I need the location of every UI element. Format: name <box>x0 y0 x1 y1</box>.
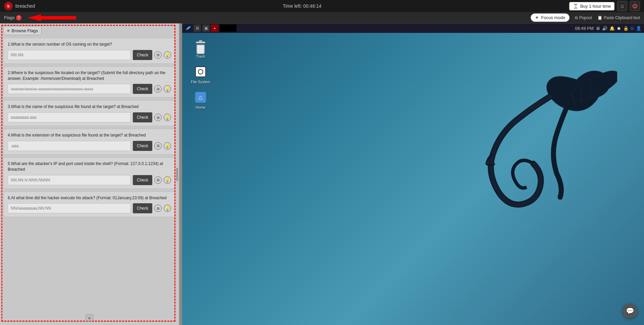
panel-divider[interactable]: ⋮ <box>179 23 182 325</box>
header-right: ⌛ Buy 1 hour time ⌂ ⏻ <box>569 1 640 11</box>
app-logo: b <box>4 2 13 10</box>
paste-clipboard-link[interactable]: 📋 Paste Clipboard text <box>597 15 640 20</box>
hint-icon-1[interactable]: 💡 <box>164 51 171 59</box>
desktop-icons-list: Trash File System ⌂ <box>189 40 212 109</box>
svg-marker-0 <box>28 14 76 21</box>
filesystem-icon <box>195 66 206 77</box>
question-input-row-4: Check ⊗ 💡 <box>8 141 171 151</box>
filter-icon: ≡ <box>7 28 10 33</box>
check-button-4[interactable]: Check <box>133 141 152 151</box>
google-tray-icon[interactable]: G <box>631 26 634 31</box>
scroll-handle[interactable] <box>176 168 178 181</box>
right-panel: 🖥 ▣ ▪ 08:49 PM 🖥 🔊 🔔 ⏺ 🔒 G 👤 <box>182 23 644 325</box>
answer-input-3[interactable] <box>8 112 131 122</box>
popout-link[interactable]: ⧉ Popout <box>575 15 592 20</box>
power-icon: ⏻ <box>632 3 638 9</box>
answer-input-2[interactable] <box>8 84 131 94</box>
lock-tray-icon: 🔒 <box>623 26 629 31</box>
trash-icon <box>196 40 206 52</box>
question-text-3: 3.What is the name of the suspicious fil… <box>8 104 171 110</box>
taskbar-left: 🖥 ▣ ▪ <box>185 24 236 32</box>
question-text-4: 4.What is the extension of the suspiciou… <box>8 132 171 138</box>
black-area-taskbar[interactable] <box>220 24 236 32</box>
home-button[interactable]: ⌂ <box>617 1 627 11</box>
check-button-5[interactable]: Check <box>133 175 152 185</box>
red-arrow-icon <box>24 13 78 23</box>
clock-display: 08:49 PM <box>575 26 594 31</box>
sun-icon: ☀ <box>535 15 539 20</box>
question-input-row-1: Check ⊗ 💡 <box>8 50 171 60</box>
popout-icon: ⧉ <box>575 15 578 20</box>
desktop-icon-taskbar[interactable]: 🖥 <box>194 24 201 32</box>
clear-icon-6[interactable]: ⊗ <box>154 205 162 212</box>
question-input-row-3: Check ⊗ 💡 <box>8 112 171 122</box>
scroll-up-button[interactable]: ▲ <box>86 314 94 321</box>
answer-input-6[interactable] <box>8 203 131 213</box>
answer-input-5[interactable] <box>8 175 131 185</box>
taskbar: 🖥 ▣ ▪ 08:49 PM 🖥 🔊 🔔 ⏺ 🔒 G 👤 <box>182 23 644 33</box>
clipboard-icon: 📋 <box>597 15 602 20</box>
hint-icon-2[interactable]: 💡 <box>164 85 171 93</box>
question-input-row-5: Check ⊗ 💡 <box>8 175 171 185</box>
speaker-tray-icon[interactable]: 🔊 <box>602 26 607 31</box>
home-folder-icon: ⌂ <box>195 92 206 103</box>
hourglass-icon: ⌛ <box>573 4 578 9</box>
check-button-1[interactable]: Check <box>133 50 152 60</box>
question-card-1: 1.What is the version number of OS runni… <box>3 38 175 64</box>
questions-list: 1.What is the version number of OS runni… <box>0 37 179 325</box>
user-tray-icon[interactable]: 👤 <box>636 26 641 31</box>
hint-icon-4[interactable]: 💡 <box>164 142 171 150</box>
arrow-indicator <box>24 13 78 23</box>
second-bar: Flags 7 ☀ Focus mode ⧉ Popout 📋 Paste Cl… <box>0 12 644 23</box>
question-card-5: 5.What are the attacker's IP and port us… <box>3 157 175 189</box>
chat-icon: 💬 <box>626 307 634 315</box>
question-text-2: 2.Where is the suspicious file located o… <box>8 70 171 82</box>
app-title: breached <box>15 3 35 9</box>
home-icon: ⌂ <box>621 3 624 9</box>
header-left: b breached <box>4 2 35 10</box>
clear-icon-4[interactable]: ⊗ <box>154 142 162 150</box>
check-button-6[interactable]: Check <box>133 203 152 213</box>
hint-icon-3[interactable]: 💡 <box>164 114 171 121</box>
bell-tray-icon[interactable]: 🔔 <box>609 26 615 31</box>
top-header: b breached Time left: 00:46:14 ⌛ Buy 1 h… <box>0 0 644 12</box>
main-layout: ≡ Browse Flags 1.What is the version num… <box>0 23 644 325</box>
clear-icon-1[interactable]: ⊗ <box>154 51 162 59</box>
answer-input-4[interactable] <box>8 141 131 151</box>
question-text-6: 6.At what time did the hacker execute hi… <box>8 195 171 201</box>
browse-flags-button[interactable]: ≡ Browse Flags <box>3 26 42 35</box>
record-tray-icon: ⏺ <box>617 26 621 31</box>
files-taskbar-icon[interactable]: ▪ <box>211 24 218 32</box>
answer-input-1[interactable] <box>8 50 131 60</box>
clear-icon-3[interactable]: ⊗ <box>154 114 162 121</box>
question-card-6: 6.At what time did the hacker execute hi… <box>3 192 175 217</box>
desktop-area: Trash File System ⌂ <box>182 33 644 325</box>
terminal-taskbar-icon[interactable]: ▣ <box>202 24 210 32</box>
question-card-3: 3.What is the name of the suspicious fil… <box>3 100 175 126</box>
clear-icon-5[interactable]: ⊗ <box>154 176 162 184</box>
buy-time-button[interactable]: ⌛ Buy 1 hour time <box>569 2 614 10</box>
filesystem-desktop-icon[interactable]: File System <box>189 65 212 84</box>
trash-label: Trash <box>196 54 205 58</box>
chat-button[interactable]: 💬 <box>623 304 637 318</box>
kali-bird-taskbar-icon[interactable] <box>185 24 192 32</box>
trash-desktop-icon[interactable]: Trash <box>189 40 212 58</box>
question-text-5: 5.What are the attacker's IP and port us… <box>8 161 171 172</box>
timer-display: Time left: 00:46:14 <box>283 3 321 9</box>
flags-badge: 7 <box>16 15 21 20</box>
taskbar-right: 08:49 PM 🖥 🔊 🔔 ⏺ 🔒 G 👤 <box>575 26 641 31</box>
hint-icon-6[interactable]: 💡 <box>164 205 171 212</box>
clear-icon-2[interactable]: ⊗ <box>154 85 162 93</box>
left-panel: ≡ Browse Flags 1.What is the version num… <box>0 23 179 325</box>
monitor-tray-icon: 🖥 <box>596 26 600 31</box>
filesystem-label: File System <box>191 80 210 84</box>
flags-tab[interactable]: Flags 7 <box>4 15 21 20</box>
check-button-3[interactable]: Check <box>133 112 152 122</box>
hint-icon-5[interactable]: 💡 <box>164 176 171 184</box>
home-desktop-icon[interactable]: ⌂ Home <box>189 91 212 109</box>
question-card-2: 2.Where is the suspicious file located o… <box>3 66 175 98</box>
focus-mode-button[interactable]: ☀ Focus mode <box>531 13 570 22</box>
power-button[interactable]: ⏻ <box>630 1 640 11</box>
second-bar-right: ☀ Focus mode ⧉ Popout 📋 Paste Clipboard … <box>531 13 640 22</box>
check-button-2[interactable]: Check <box>133 84 152 94</box>
